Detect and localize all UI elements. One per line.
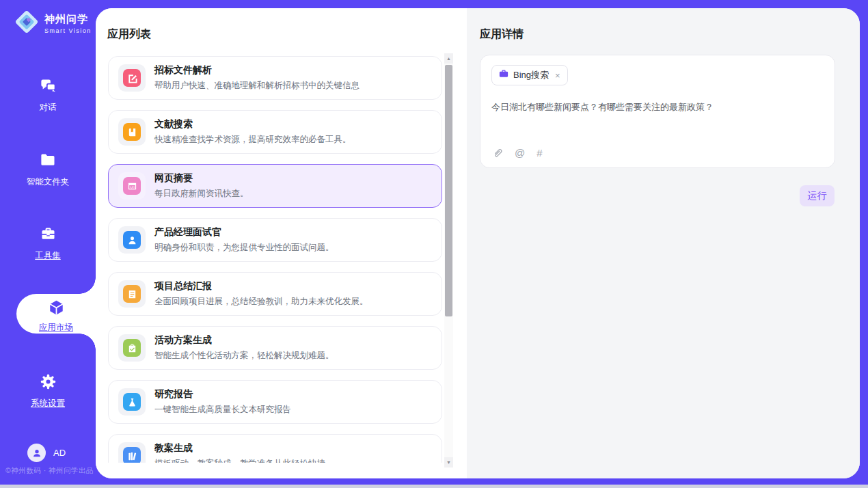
sidebar-item-toolset[interactable]: 工具集: [0, 225, 96, 262]
sidebar-item-label: 系统设置: [0, 398, 96, 409]
tender-edit-icon: [123, 69, 141, 87]
app-title: 项目总结汇报: [154, 280, 368, 293]
close-icon[interactable]: ×: [555, 70, 560, 81]
app-desc: 每日政府新闻资讯快查。: [154, 188, 249, 200]
app-desc: 帮助用户快速、准确地理解和解析招标书中的关键信息: [154, 80, 360, 92]
diamond-logo-icon: [14, 9, 40, 38]
app-card-tender-analysis[interactable]: 招标文件解析 帮助用户快速、准确地理解和解析招标书中的关键信息: [108, 56, 442, 100]
sidebar-item-label: 对话: [0, 102, 96, 113]
sidebar-item-label: 应用市场: [16, 322, 96, 334]
app-desc: 明确身份和职责，为您提供专业性的面试问题。: [154, 242, 334, 254]
sidebar: 神州问学 Smart Vision 对话 智能文件夹 工具集: [0, 0, 96, 485]
brand-title: 神州问学: [44, 13, 88, 25]
run-button[interactable]: 运行: [800, 185, 835, 206]
main-content: 应用列表 招标文件解析 帮助用户快速、准确地理解和解析招标书中的关键信息 文献搜…: [96, 8, 860, 478]
app-title: 网页摘要: [154, 172, 249, 185]
app-detail-panel: 应用详情 Bing搜索 × 今日湖北有哪些新闻要点？有哪些需要关注的最新政策？ …: [467, 8, 860, 478]
summary-note-icon: [123, 285, 141, 303]
chat-icon: [0, 77, 96, 98]
app-title: 活动方案生成: [154, 334, 334, 347]
hash-icon[interactable]: #: [537, 147, 542, 159]
app-title: 教案生成: [154, 442, 325, 455]
app-list-title: 应用列表: [107, 27, 151, 42]
bottom-edge-strip: [0, 485, 868, 488]
prompt-card: Bing搜索 × 今日湖北有哪些新闻要点？有哪些需要关注的最新政策？ @ #: [480, 55, 835, 168]
app-card-literature-search[interactable]: 文献搜索 快速精准查找学术资源，提高研究效率的必备工具。: [108, 110, 442, 154]
app-title: 文献搜索: [154, 118, 351, 131]
tool-tag-bing-search[interactable]: Bing搜索 ×: [491, 65, 568, 85]
app-desc: 一键智能生成高质量长文本研究报告: [154, 404, 291, 416]
app-card-project-summary[interactable]: 项目总结汇报 全面回顾项目进展，总结经验教训，助力未来优化发展。: [108, 272, 442, 316]
mention-icon[interactable]: @: [515, 147, 525, 159]
prompt-toolbar: @ #: [492, 147, 543, 159]
app-list-panel: 应用列表 招标文件解析 帮助用户快速、准确地理解和解析招标书中的关键信息 文献搜…: [96, 8, 467, 478]
gear-icon: [0, 372, 96, 394]
user-account[interactable]: AD: [27, 444, 66, 462]
avatar: [27, 444, 46, 462]
app-card-research-report[interactable]: 研究报告 一键智能生成高质量长文本研究报告: [108, 380, 442, 424]
interviewer-icon: [123, 231, 141, 249]
app-card-web-summary-selected[interactable]: 网页摘要 每日政府新闻资讯快查。: [108, 164, 442, 208]
sidebar-item-label: 智能文件夹: [0, 176, 96, 188]
app-detail-title: 应用详情: [480, 27, 524, 42]
app-title: 招标文件解析: [154, 64, 360, 77]
prompt-input[interactable]: 今日湖北有哪些新闻要点？有哪些需要关注的最新政策？: [491, 100, 824, 114]
brand-subtitle: Smart Vision: [44, 27, 92, 34]
sidebar-item-smart-folder[interactable]: 智能文件夹: [0, 151, 96, 188]
scroll-up-icon[interactable]: ▲: [444, 53, 453, 64]
scroll-down-icon[interactable]: ▼: [444, 457, 453, 467]
sidebar-item-label: 工具集: [0, 250, 96, 262]
app-desc: 模板驱动，教案秒成，教学准备从此轻松快捷: [154, 458, 325, 463]
copyright-footer: ©神州数码 · 神州问学出品: [5, 466, 94, 476]
app-logo: 神州问学 Smart Vision: [14, 9, 92, 38]
flask-report-icon: [123, 393, 141, 411]
app-title: 研究报告: [154, 388, 291, 401]
app-desc: 全面回顾项目进展，总结经验教训，助力未来优化发展。: [154, 296, 368, 308]
folder-icon: [0, 151, 96, 172]
list-scrollbar[interactable]: ▲ ▼: [444, 53, 453, 467]
books-icon: [123, 447, 141, 463]
toolbox-icon: [0, 225, 96, 246]
app-card-event-plan[interactable]: 活动方案生成 智能生成个性化活动方案，轻松解决规划难题。: [108, 326, 442, 370]
tool-tag-label: Bing搜索: [513, 69, 549, 81]
sidebar-item-app-market-active[interactable]: 应用市场: [16, 294, 96, 334]
sidebar-item-chat[interactable]: 对话: [0, 77, 96, 113]
app-list: 招标文件解析 帮助用户快速、准确地理解和解析招标书中的关键信息 文献搜索 快速精…: [108, 56, 442, 463]
app-title: 产品经理面试官: [154, 226, 334, 239]
scrollbar-thumb[interactable]: [445, 65, 452, 316]
paperclip-icon[interactable]: [492, 148, 503, 159]
user-initials: AD: [53, 448, 66, 458]
app-card-lesson-plan[interactable]: 教案生成 模板驱动，教案秒成，教学准备从此轻松快捷: [108, 434, 442, 463]
app-card-pm-interviewer[interactable]: 产品经理面试官 明确身份和职责，为您提供专业性的面试问题。: [108, 218, 442, 262]
cube-icon: [47, 308, 66, 319]
app-desc: 快速精准查找学术资源，提高研究效率的必备工具。: [154, 134, 351, 146]
sidebar-item-settings[interactable]: 系统设置: [0, 372, 96, 409]
book-icon: [123, 123, 141, 141]
briefcase-icon: [499, 69, 508, 81]
webpage-icon: [123, 177, 141, 195]
clipboard-check-icon: [123, 339, 141, 357]
app-desc: 智能生成个性化活动方案，轻松解决规划难题。: [154, 350, 334, 362]
